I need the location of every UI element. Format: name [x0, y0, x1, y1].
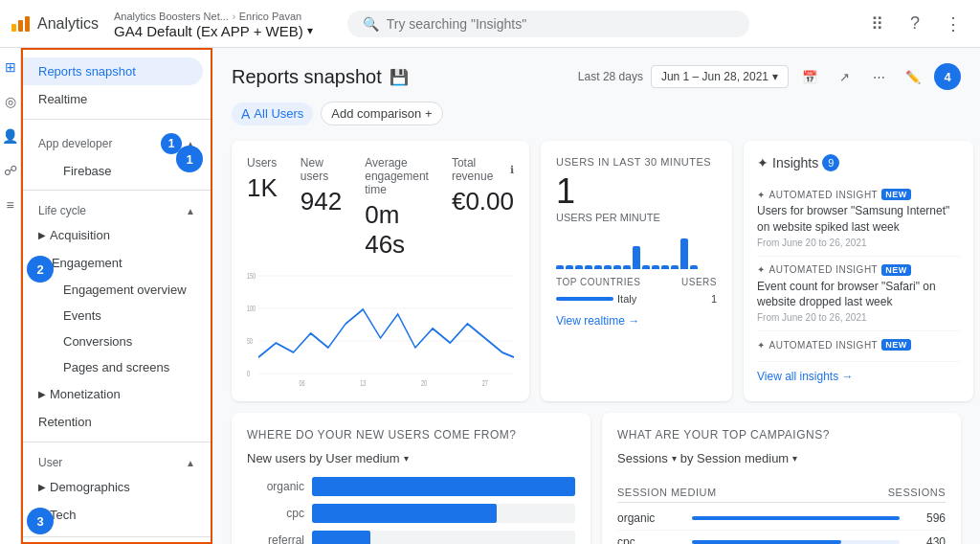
search-icon: 🔍: [363, 16, 379, 32]
sidebar-item-acquisition[interactable]: ▶ Acquisition: [23, 221, 203, 249]
sidebar-divider-3: [23, 442, 211, 442]
share-icon[interactable]: ↗: [831, 63, 858, 90]
demographics-expand-icon: ▶: [38, 482, 46, 492]
country-name: Italy: [617, 293, 636, 305]
date-range-text: Jun 1 – Jun 28, 2021: [661, 70, 768, 83]
date-range-picker[interactable]: Jun 1 – Jun 28, 2021 ▾: [651, 65, 789, 88]
sidebar-item-monetization[interactable]: ▶ Monetization: [23, 380, 203, 408]
badge-1: 1: [176, 146, 203, 172]
view-realtime-link[interactable]: View realtime →: [556, 314, 717, 328]
realtime-icon[interactable]: ◎: [1, 92, 20, 111]
svg-text:100: 100: [247, 304, 256, 314]
insight-date-1: From June 20 to 26, 2021: [757, 238, 960, 248]
sidebar-section-user[interactable]: User ▲: [23, 448, 211, 473]
acquisition-label: Acquisition: [50, 228, 110, 242]
explore-icon[interactable]: ☍: [1, 161, 20, 180]
revenue-info-icon[interactable]: ℹ: [510, 164, 514, 176]
hbar-label-referral: referral: [247, 533, 304, 544]
sidebar-item-retention[interactable]: Retention: [23, 408, 203, 436]
metric-users-value: 1K: [247, 173, 278, 203]
hbar-row-cpc: cpc: [247, 504, 575, 523]
realtime-mini-bars: [556, 231, 717, 269]
date-range-arrow: ▾: [772, 70, 778, 83]
search-area: 🔍: [347, 11, 842, 37]
sessions-col: SESSIONS: [888, 487, 946, 498]
insight-type-1: ✦ AUTOMATED INSIGHT New: [757, 189, 960, 200]
configure-icon[interactable]: ≡: [1, 195, 20, 215]
insight-sparkle-3: ✦: [757, 340, 766, 351]
view-all-insights-link[interactable]: View all insights →: [757, 370, 960, 383]
new-users-title: WHERE DO YOUR NEW USERS COME FROM?: [247, 428, 575, 442]
sidebar-item-reports-snapshot[interactable]: Reports snapshot: [23, 57, 203, 85]
all-users-icon: A: [241, 106, 250, 122]
insight-type-label-1: AUTOMATED INSIGHT: [769, 190, 879, 200]
svg-text:150: 150: [247, 271, 256, 281]
mini-bar-13: [671, 265, 679, 269]
more-options-icon[interactable]: ⋮: [938, 9, 969, 39]
add-comparison-label: Add comparison +: [331, 106, 432, 121]
sidebar-item-engagement-overview[interactable]: Engagement overview: [23, 277, 211, 303]
insight-new-badge-2: New: [881, 264, 911, 276]
property-dropdown-icon: ▾: [307, 24, 313, 37]
sidebar-library[interactable]: 📁 Library 3: [23, 536, 211, 544]
search-box[interactable]: 🔍: [347, 11, 749, 37]
insight-new-badge-1: New: [881, 189, 911, 200]
metrics-card: Users 1K New users 942 Average engagemen…: [232, 141, 529, 401]
users-col-header: USERS: [681, 277, 717, 287]
main-layout: ⊞ ◎ 👤 ☍ ≡ Reports snapshot Realtime App …: [0, 48, 980, 544]
new-users-card: WHERE DO YOUR NEW USERS COME FROM? New u…: [232, 413, 590, 544]
svg-text:06: 06: [300, 378, 305, 386]
lifecycle-chevron: ▲: [186, 206, 195, 216]
campaign-row-cpc: cpc 430: [617, 531, 946, 544]
home-icon[interactable]: ⊞: [1, 57, 20, 77]
metric-new-users-value: 942: [301, 187, 342, 216]
sessions-selector[interactable]: Sessions ▾: [617, 451, 677, 465]
user-chevron: ▲: [186, 458, 195, 468]
hbar-fill-organic: [312, 477, 575, 496]
edit-calendar-icon[interactable]: 📅: [796, 63, 823, 90]
view-realtime-text: View realtime →: [556, 314, 639, 328]
badge-3: 3: [27, 508, 54, 534]
monetization-expand-icon: ▶: [38, 389, 46, 399]
account-name: Analytics Boosters Net...: [114, 11, 229, 22]
report-save-icon[interactable]: 💾: [390, 68, 409, 86]
new-users-selector[interactable]: New users by User medium ▾: [247, 451, 575, 465]
campaign-name-cpc: cpc: [617, 535, 684, 544]
svg-text:13: 13: [360, 378, 366, 386]
acquisition-expand-icon: ▶: [38, 230, 46, 240]
audience-icon[interactable]: 👤: [1, 126, 20, 146]
sidebar-item-conversions[interactable]: Conversions: [23, 329, 211, 354]
new-users-selector-arrow: ▾: [404, 453, 409, 464]
add-comparison-button[interactable]: Add comparison +: [321, 102, 442, 125]
campaigns-selectors: Sessions ▾ by Session medium ▾: [617, 451, 946, 477]
hbar-bg-referral: [312, 531, 575, 544]
reports-snapshot-label: Reports snapshot: [38, 64, 136, 79]
help-icon[interactable]: ?: [900, 9, 930, 39]
search-input[interactable]: [387, 16, 734, 32]
sidebar-item-demographics[interactable]: ▶ Demographics: [23, 473, 203, 501]
metrics-and-realtime: Users 1K New users 942 Average engagemen…: [232, 141, 961, 401]
badge-4: 4: [934, 63, 961, 90]
property-selector[interactable]: GA4 Default (Ex APP + WEB) ▾: [114, 23, 313, 39]
insight-sparkle-1: ✦: [757, 190, 766, 200]
more-icon[interactable]: ⋯: [865, 63, 892, 90]
metric-engagement-value: 0m 46s: [365, 200, 429, 260]
insight-text-1: Users for browser "Samsung Internet" on …: [757, 203, 960, 236]
metric-users-label: Users: [247, 156, 278, 170]
pencil-icon[interactable]: ✏️: [900, 63, 926, 90]
campaigns-title: WHAT ARE YOUR TOP CAMPAIGNS?: [617, 428, 946, 442]
sidebar-section-lifecycle[interactable]: Life cycle ▲: [23, 196, 211, 221]
sidebar-item-pages-screens[interactable]: Pages and screens: [23, 354, 211, 380]
hbar-bg-organic: [312, 477, 575, 496]
session-medium-selector[interactable]: by Session medium ▾: [680, 451, 797, 465]
apps-icon[interactable]: ⠿: [861, 9, 892, 39]
campaign-bar-fill-cpc: [692, 540, 841, 544]
insights-card: ✦ Insights 9 ✦ AUTOMATED INSIGHT New Use…: [744, 141, 973, 401]
mini-bar-1: [556, 265, 564, 269]
hbar-label-cpc: cpc: [247, 507, 304, 520]
all-users-chip[interactable]: A All Users: [232, 102, 313, 125]
sidebar: Reports snapshot Realtime App developer …: [21, 48, 212, 544]
sidebar-item-realtime[interactable]: Realtime: [23, 85, 203, 113]
hbar-label-organic: organic: [247, 480, 304, 493]
sidebar-item-events[interactable]: Events: [23, 303, 211, 329]
